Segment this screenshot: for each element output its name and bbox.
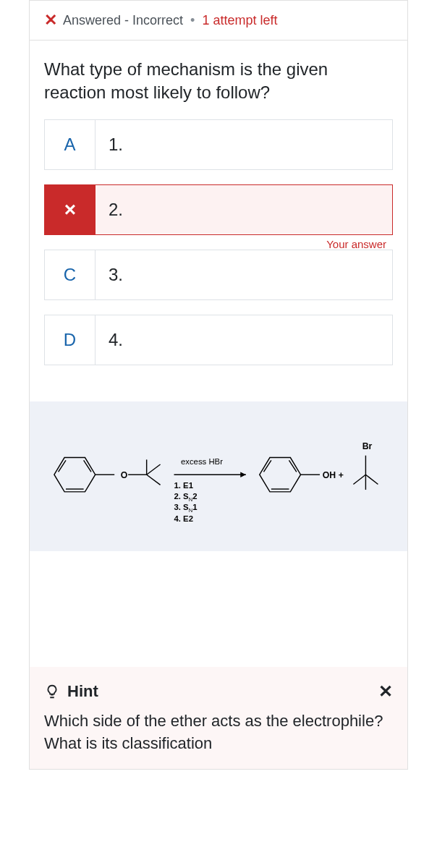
chemistry-svg: O excess HBr 1. E1 2. SN2 3. SN1 4. E2 O… xyxy=(41,427,396,529)
hint-box: Hint ✕ Which side of the ether acts as t… xyxy=(30,667,407,770)
hint-label: Hint xyxy=(67,682,98,701)
option-letter-incorrect: × xyxy=(45,185,96,234)
lightbulb-icon xyxy=(44,684,60,699)
attempts-left: 1 attempt left xyxy=(202,13,277,28)
svg-marker-11 xyxy=(260,457,301,491)
option-c[interactable]: C 3. xyxy=(44,250,393,300)
option-b[interactable]: × 2. Your answer xyxy=(44,184,393,235)
close-icon[interactable]: ✕ xyxy=(378,681,393,702)
svg-line-7 xyxy=(147,475,161,485)
mech-1: 1. E1 xyxy=(174,481,194,490)
option-letter: D xyxy=(45,315,96,365)
question-text: What type of mechanism is the given reac… xyxy=(30,41,407,119)
mech-3: 3. SN1 xyxy=(174,503,198,514)
separator-dot: • xyxy=(190,13,195,28)
option-content: 4. xyxy=(96,315,392,365)
svg-line-16 xyxy=(353,475,365,484)
options-list: A 1. × 2. Your answer C 3. D 4. xyxy=(30,119,407,401)
status-bar: ✕ Answered - Incorrect • 1 attempt left xyxy=(30,1,407,41)
svg-line-6 xyxy=(147,464,161,475)
hint-title: Hint xyxy=(44,682,98,701)
product-oh: OH + xyxy=(323,470,344,480)
reaction-diagram: O excess HBr 1. E1 2. SN2 3. SN1 4. E2 O… xyxy=(30,401,407,551)
status-text: Answered - Incorrect xyxy=(63,13,183,28)
option-content: 2. xyxy=(96,185,392,234)
option-d[interactable]: D 4. xyxy=(44,315,393,365)
svg-marker-10 xyxy=(240,472,246,477)
option-content: 3. xyxy=(96,250,392,299)
option-content: 1. xyxy=(96,120,392,169)
option-letter: A xyxy=(45,120,96,169)
reagent-label: excess HBr xyxy=(181,457,223,466)
option-a[interactable]: A 1. xyxy=(44,119,393,170)
svg-marker-0 xyxy=(54,457,96,491)
product-br: Br xyxy=(362,441,373,451)
option-letter: C xyxy=(45,250,96,299)
x-icon: ✕ xyxy=(44,11,57,30)
mech-4: 4. E2 xyxy=(174,514,194,522)
your-answer-tag: Your answer xyxy=(326,238,386,250)
atom-o: O xyxy=(121,470,128,480)
mech-2: 2. SN2 xyxy=(174,492,198,503)
svg-line-17 xyxy=(365,475,378,484)
hint-text: Which side of the ether acts as the elec… xyxy=(44,710,393,755)
x-icon: × xyxy=(64,198,76,221)
